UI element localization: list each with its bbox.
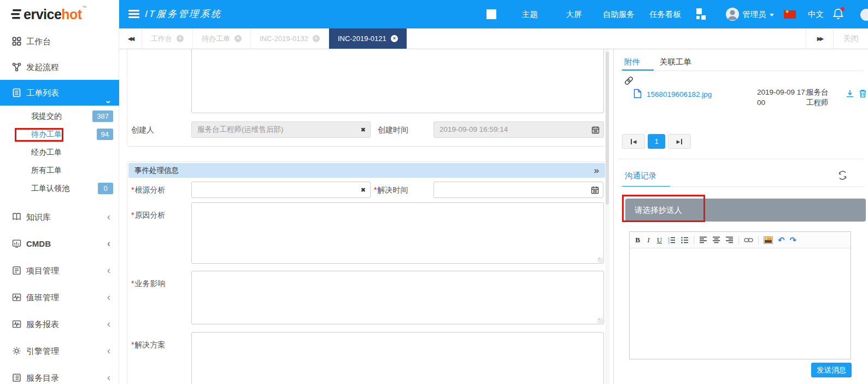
refresh-icon[interactable]	[838, 171, 847, 180]
china-flag-icon[interactable]: ★	[784, 10, 796, 19]
sidebar: ervicehot ™ 工作台 发起流程 工单列表 ‹ 我提交的	[0, 0, 119, 384]
sidebar-item-workbench[interactable]: 工作台	[0, 28, 119, 54]
resize-grip[interactable]	[598, 258, 603, 263]
clear-icon[interactable]: ✖	[361, 122, 366, 137]
align-center-icon[interactable]	[712, 236, 720, 243]
align-left-icon[interactable]	[699, 236, 707, 243]
svg-text:3: 3	[668, 241, 670, 244]
resize-grip[interactable]	[598, 318, 603, 323]
description-textarea[interactable]	[191, 45, 604, 113]
insert-image-icon[interactable]	[764, 236, 773, 244]
bold-icon[interactable]: B	[635, 236, 641, 245]
avatar-partial	[860, 9, 868, 21]
sidebar-item-service-catalog[interactable]: 服务目录 ‹	[0, 364, 119, 384]
right-panel: 附件 关联工单 1568019606182.jpg 2019-09-09 17:…	[613, 49, 868, 384]
scrollbar-thumb[interactable]	[606, 51, 609, 205]
sidebar-subitem-todo-tickets[interactable]: 待办工单 94	[0, 125, 119, 143]
communication-log-title[interactable]: 沟通记录	[625, 171, 656, 181]
reason-textarea[interactable]	[191, 202, 604, 264]
pagination-page-1[interactable]: 1	[648, 134, 665, 149]
tabs-scroll-left-button[interactable]: ◀◀	[119, 28, 142, 49]
menu-bigscreen[interactable]: 大屏	[566, 0, 582, 28]
calendar-icon[interactable]	[591, 126, 600, 134]
align-right-icon[interactable]	[725, 236, 734, 243]
sidebar-subitem-all-tickets[interactable]: 所有工单	[0, 161, 119, 179]
waveform-icon	[12, 319, 21, 329]
user-name: 管理员	[742, 10, 766, 19]
language-switch[interactable]: 中文	[808, 0, 824, 28]
download-icon[interactable]	[846, 89, 854, 98]
sidebar-item-duty-mgmt[interactable]: 值班管理 ‹	[0, 284, 119, 311]
logo-trademark: ™	[82, 5, 87, 10]
main-content: 创建人 服务台工程师(运维售后部) ✖ 创建时间 2019-09-09 16:5…	[119, 49, 609, 384]
sidebar-item-cmdb[interactable]: CMDB ‹	[0, 230, 119, 257]
editor-body[interactable]	[630, 248, 851, 359]
chevron-left-icon: ‹	[107, 364, 110, 384]
resolve-time-field[interactable]	[433, 182, 603, 198]
pagination-last-button[interactable]: ▶	[668, 134, 691, 149]
tab-inc-2019-0121[interactable]: INC-2019-0121 ×	[329, 28, 407, 49]
pagination-first-button[interactable]: ◀	[622, 134, 645, 149]
hamburger-menu-icon[interactable]	[128, 10, 139, 20]
underline-icon[interactable]: U	[656, 236, 662, 245]
sidebar-subitem-handled-tickets[interactable]: 经办工单	[0, 143, 119, 161]
attach-link-icon[interactable]	[624, 75, 634, 86]
clear-icon[interactable]: ✖	[361, 182, 366, 197]
calendar-icon[interactable]	[591, 186, 599, 194]
divider	[618, 187, 864, 187]
root-cause-field[interactable]: ✖	[191, 182, 371, 198]
notification-bell-icon[interactable]	[833, 8, 843, 20]
ordered-list-icon[interactable]: 123	[667, 236, 676, 244]
sidebar-item-project-mgmt[interactable]: 项目管理 ‹	[0, 257, 119, 284]
sidebar-item-start-flow[interactable]: 发起流程	[0, 54, 119, 80]
impact-textarea[interactable]	[191, 271, 604, 324]
tab-close-icon[interactable]: ×	[391, 35, 398, 42]
required-mark: *	[131, 279, 134, 288]
divider	[618, 71, 864, 71]
sidebar-item-label: 工作台	[26, 28, 51, 54]
solution-textarea[interactable]	[191, 332, 604, 384]
theme-swatch[interactable]	[486, 9, 496, 19]
tab-related-tickets[interactable]: 关联工单	[660, 57, 691, 67]
logo-text: ervice	[24, 7, 61, 22]
sidebar-subitem-label: 工单认领池	[31, 179, 69, 197]
tab-close-icon[interactable]: ×	[234, 35, 242, 42]
avatar[interactable]	[726, 8, 739, 21]
sidebar-item-service-report[interactable]: 服务报表 ‹	[0, 311, 119, 338]
tab-close-icon[interactable]: ×	[313, 35, 320, 42]
sidebar-item-engine-mgmt[interactable]: 引擎管理 ‹	[0, 338, 119, 364]
sidebar-subitem-label: 所有工单	[31, 161, 62, 179]
menu-selfservice[interactable]: 自助服务	[603, 0, 635, 28]
tab-todo-tickets[interactable]: 待办工单 ×	[193, 28, 251, 49]
send-message-button[interactable]: 发送消息	[811, 363, 852, 377]
italic-icon[interactable]: I	[646, 236, 652, 245]
toolbar-separator	[694, 236, 694, 245]
attachment-file-link[interactable]: 1568019606182.jpg	[647, 90, 712, 98]
undo-icon[interactable]: ↶	[778, 235, 785, 245]
tab-close-icon[interactable]: ×	[177, 35, 184, 42]
delete-trash-icon[interactable]	[859, 89, 867, 98]
cc-select-bar[interactable]: 请选择抄送人	[625, 199, 866, 222]
user-menu[interactable]: 管理员	[742, 0, 774, 28]
editor-toolbar: B I U 123	[630, 232, 851, 248]
sidebar-item-label: 知识库	[26, 203, 51, 230]
menu-theme[interactable]: 主题	[522, 0, 538, 28]
sidebar-item-ticket-list[interactable]: 工单列表 ‹	[0, 80, 119, 106]
content-scrollbar[interactable]	[605, 49, 609, 384]
collapse-section-icon[interactable]: »	[594, 163, 598, 178]
bullet-list-icon[interactable]	[681, 236, 689, 244]
blocks-icon[interactable]	[695, 8, 707, 21]
toolbar-separator	[738, 236, 739, 245]
menu-taskboard[interactable]: 任务看板	[649, 0, 681, 28]
sidebar-subitem-claim-pool[interactable]: 工单认领池 0	[0, 179, 119, 197]
tab-attachments[interactable]: 附件	[624, 57, 640, 67]
insert-link-icon[interactable]	[744, 237, 753, 243]
redo-icon[interactable]: ↷	[790, 235, 797, 245]
tab-workbench[interactable]: 工作台 ×	[142, 28, 193, 49]
close-all-button[interactable]: 关闭	[833, 28, 868, 49]
tabbar: ◀◀ 工作台 × 待办工单 × INC-2019-0132 × INC-2019…	[119, 28, 868, 49]
sidebar-item-knowledge-base[interactable]: 知识库 ‹	[0, 203, 119, 230]
sidebar-subitem-my-submitted[interactable]: 我提交的 387	[0, 107, 119, 125]
tabs-scroll-right-button[interactable]: ▶▶	[806, 28, 833, 49]
tab-inc-2019-0132[interactable]: INC-2019-0132 ×	[251, 28, 329, 49]
